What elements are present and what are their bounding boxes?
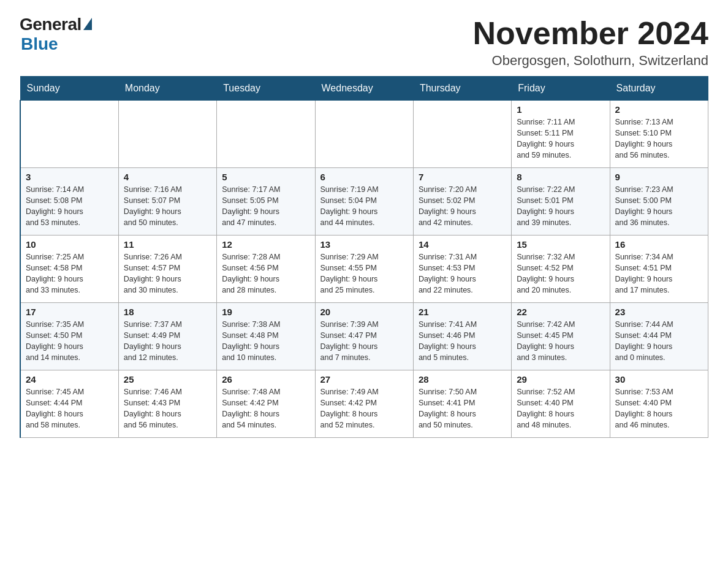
day-info: Sunrise: 7:37 AM Sunset: 4:49 PM Dayligh… — [124, 319, 211, 364]
calendar-cell: 15Sunrise: 7:32 AM Sunset: 4:52 PM Dayli… — [512, 236, 610, 303]
calendar-cell — [217, 101, 315, 168]
day-number: 23 — [615, 307, 703, 317]
calendar-cell: 29Sunrise: 7:52 AM Sunset: 4:40 PM Dayli… — [512, 370, 610, 438]
day-number: 6 — [320, 172, 408, 182]
calendar-cell: 26Sunrise: 7:48 AM Sunset: 4:42 PM Dayli… — [217, 370, 315, 438]
day-number: 17 — [26, 307, 113, 317]
logo-blue-text: Blue — [21, 34, 58, 54]
day-number: 8 — [517, 172, 604, 182]
calendar-cell: 12Sunrise: 7:28 AM Sunset: 4:56 PM Dayli… — [217, 236, 315, 303]
day-number: 20 — [320, 307, 408, 317]
calendar-table: SundayMondayTuesdayWednesdayThursdayFrid… — [20, 76, 708, 438]
day-number: 19 — [222, 307, 309, 317]
day-number: 11 — [124, 239, 211, 250]
calendar-cell: 3Sunrise: 7:14 AM Sunset: 5:08 PM Daylig… — [20, 168, 118, 236]
calendar-cell: 23Sunrise: 7:44 AM Sunset: 4:44 PM Dayli… — [610, 303, 708, 370]
day-info: Sunrise: 7:39 AM Sunset: 4:47 PM Dayligh… — [320, 319, 408, 364]
day-number: 3 — [26, 172, 113, 182]
day-info: Sunrise: 7:29 AM Sunset: 4:55 PM Dayligh… — [320, 251, 408, 296]
calendar-cell — [118, 101, 216, 168]
day-number: 2 — [615, 104, 703, 115]
day-info: Sunrise: 7:48 AM Sunset: 4:42 PM Dayligh… — [222, 386, 309, 431]
day-number: 10 — [26, 239, 113, 250]
calendar-cell: 2Sunrise: 7:13 AM Sunset: 5:10 PM Daylig… — [610, 101, 708, 168]
day-info: Sunrise: 7:26 AM Sunset: 4:57 PM Dayligh… — [124, 251, 211, 296]
day-info: Sunrise: 7:38 AM Sunset: 4:48 PM Dayligh… — [222, 319, 309, 364]
calendar-week-row: 24Sunrise: 7:45 AM Sunset: 4:44 PM Dayli… — [20, 370, 708, 438]
calendar-cell: 13Sunrise: 7:29 AM Sunset: 4:55 PM Dayli… — [315, 236, 413, 303]
day-info: Sunrise: 7:16 AM Sunset: 5:07 PM Dayligh… — [124, 184, 211, 229]
day-number: 22 — [517, 307, 604, 317]
day-number: 5 — [222, 172, 309, 182]
calendar-cell — [315, 101, 413, 168]
day-info: Sunrise: 7:14 AM Sunset: 5:08 PM Dayligh… — [26, 184, 113, 229]
day-info: Sunrise: 7:23 AM Sunset: 5:00 PM Dayligh… — [615, 184, 703, 229]
day-number: 13 — [320, 239, 408, 250]
day-info: Sunrise: 7:44 AM Sunset: 4:44 PM Dayligh… — [615, 319, 703, 364]
day-number: 1 — [517, 104, 604, 115]
day-number: 21 — [419, 307, 506, 317]
logo: General Blue — [20, 15, 92, 54]
calendar-cell: 14Sunrise: 7:31 AM Sunset: 4:53 PM Dayli… — [413, 236, 511, 303]
calendar-cell: 16Sunrise: 7:34 AM Sunset: 4:51 PM Dayli… — [610, 236, 708, 303]
day-info: Sunrise: 7:52 AM Sunset: 4:40 PM Dayligh… — [517, 386, 604, 431]
calendar-cell: 30Sunrise: 7:53 AM Sunset: 4:40 PM Dayli… — [610, 370, 708, 438]
day-info: Sunrise: 7:49 AM Sunset: 4:42 PM Dayligh… — [320, 386, 408, 431]
day-info: Sunrise: 7:42 AM Sunset: 4:45 PM Dayligh… — [517, 319, 604, 364]
calendar-header-wednesday: Wednesday — [315, 77, 413, 101]
calendar-cell — [413, 101, 511, 168]
day-number: 16 — [615, 239, 703, 250]
day-number: 9 — [615, 172, 703, 182]
day-number: 14 — [419, 239, 506, 250]
calendar-cell: 24Sunrise: 7:45 AM Sunset: 4:44 PM Dayli… — [20, 370, 118, 438]
day-number: 18 — [124, 307, 211, 317]
calendar-cell: 9Sunrise: 7:23 AM Sunset: 5:00 PM Daylig… — [610, 168, 708, 236]
logo-general-text: General — [20, 15, 82, 34]
calendar-header-friday: Friday — [512, 77, 610, 101]
day-info: Sunrise: 7:35 AM Sunset: 4:50 PM Dayligh… — [26, 319, 113, 364]
calendar-header-sunday: Sunday — [20, 77, 118, 101]
day-info: Sunrise: 7:45 AM Sunset: 4:44 PM Dayligh… — [26, 386, 113, 431]
day-info: Sunrise: 7:25 AM Sunset: 4:58 PM Dayligh… — [26, 251, 113, 296]
calendar-cell: 11Sunrise: 7:26 AM Sunset: 4:57 PM Dayli… — [118, 236, 216, 303]
calendar-cell: 10Sunrise: 7:25 AM Sunset: 4:58 PM Dayli… — [20, 236, 118, 303]
calendar-week-row: 1Sunrise: 7:11 AM Sunset: 5:11 PM Daylig… — [20, 101, 708, 168]
day-number: 27 — [320, 374, 408, 385]
calendar-header-thursday: Thursday — [413, 77, 511, 101]
day-info: Sunrise: 7:50 AM Sunset: 4:41 PM Dayligh… — [419, 386, 506, 431]
calendar-cell: 5Sunrise: 7:17 AM Sunset: 5:05 PM Daylig… — [217, 168, 315, 236]
calendar-cell: 20Sunrise: 7:39 AM Sunset: 4:47 PM Dayli… — [315, 303, 413, 370]
title-section: November 2024 Obergosgen, Solothurn, Swi… — [473, 15, 708, 69]
day-info: Sunrise: 7:41 AM Sunset: 4:46 PM Dayligh… — [419, 319, 506, 364]
calendar-cell: 25Sunrise: 7:46 AM Sunset: 4:43 PM Dayli… — [118, 370, 216, 438]
calendar-cell: 28Sunrise: 7:50 AM Sunset: 4:41 PM Dayli… — [413, 370, 511, 438]
day-info: Sunrise: 7:46 AM Sunset: 4:43 PM Dayligh… — [124, 386, 211, 431]
day-info: Sunrise: 7:31 AM Sunset: 4:53 PM Dayligh… — [419, 251, 506, 296]
day-number: 7 — [419, 172, 506, 182]
calendar-cell: 4Sunrise: 7:16 AM Sunset: 5:07 PM Daylig… — [118, 168, 216, 236]
day-number: 12 — [222, 239, 309, 250]
calendar-cell: 18Sunrise: 7:37 AM Sunset: 4:49 PM Dayli… — [118, 303, 216, 370]
month-title: November 2024 — [473, 15, 708, 52]
calendar-cell: 8Sunrise: 7:22 AM Sunset: 5:01 PM Daylig… — [512, 168, 610, 236]
day-info: Sunrise: 7:22 AM Sunset: 5:01 PM Dayligh… — [517, 184, 604, 229]
day-info: Sunrise: 7:20 AM Sunset: 5:02 PM Dayligh… — [419, 184, 506, 229]
day-number: 24 — [26, 374, 113, 385]
calendar-week-row: 10Sunrise: 7:25 AM Sunset: 4:58 PM Dayli… — [20, 236, 708, 303]
calendar-cell: 21Sunrise: 7:41 AM Sunset: 4:46 PM Dayli… — [413, 303, 511, 370]
day-info: Sunrise: 7:53 AM Sunset: 4:40 PM Dayligh… — [615, 386, 703, 431]
page-header: General Blue November 2024 Obergosgen, S… — [20, 15, 708, 69]
calendar-week-row: 3Sunrise: 7:14 AM Sunset: 5:08 PM Daylig… — [20, 168, 708, 236]
calendar-cell: 19Sunrise: 7:38 AM Sunset: 4:48 PM Dayli… — [217, 303, 315, 370]
calendar-header-tuesday: Tuesday — [217, 77, 315, 101]
day-number: 30 — [615, 374, 703, 385]
calendar-cell: 22Sunrise: 7:42 AM Sunset: 4:45 PM Dayli… — [512, 303, 610, 370]
day-number: 15 — [517, 239, 604, 250]
logo-triangle-icon — [83, 18, 92, 30]
calendar-week-row: 17Sunrise: 7:35 AM Sunset: 4:50 PM Dayli… — [20, 303, 708, 370]
day-number: 29 — [517, 374, 604, 385]
day-info: Sunrise: 7:28 AM Sunset: 4:56 PM Dayligh… — [222, 251, 309, 296]
calendar-header-saturday: Saturday — [610, 77, 708, 101]
calendar-cell: 7Sunrise: 7:20 AM Sunset: 5:02 PM Daylig… — [413, 168, 511, 236]
calendar-cell: 17Sunrise: 7:35 AM Sunset: 4:50 PM Dayli… — [20, 303, 118, 370]
